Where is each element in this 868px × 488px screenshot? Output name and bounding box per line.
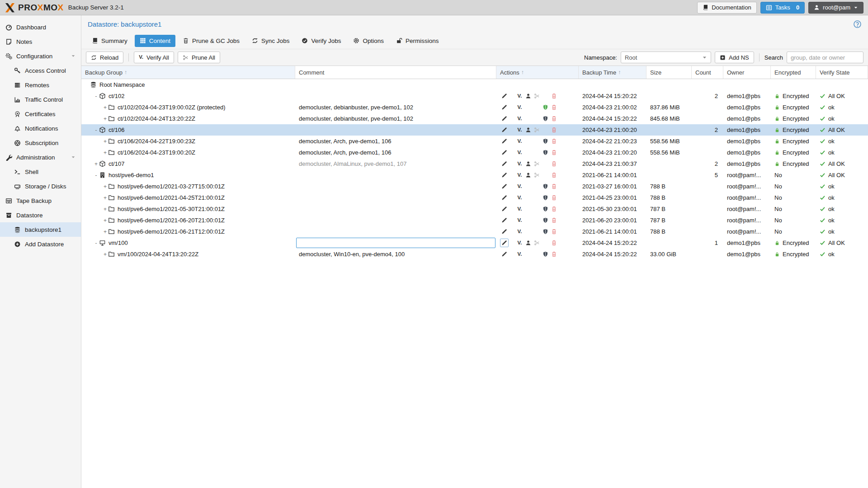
forget-action[interactable] [550,148,558,157]
search-input[interactable] [787,52,863,63]
table-row[interactable]: +ct/106/2024-04-23T19:00:20Zdemocluster,… [81,147,868,158]
verify-action[interactable]: V. [515,103,524,112]
table-row[interactable]: +ct/102/2024-04-23T19:00:02Z (protected)… [81,102,868,113]
column-header-backup-group[interactable]: Backup Group↑ [81,66,295,79]
column-header-backup-time[interactable]: Backup Time↑ [579,66,646,79]
prune-action[interactable] [533,92,541,100]
prune-action[interactable] [533,171,541,179]
tab-sync-jobs[interactable]: Sync Jobs [247,35,294,47]
column-header-encrypted[interactable]: Encrypted [771,66,816,79]
sidebar-item-administration[interactable]: Administration [0,150,81,164]
change-owner-action[interactable] [524,160,533,168]
forget-action[interactable] [550,250,558,258]
tree-expander[interactable]: + [102,183,108,190]
table-row[interactable]: Root Namespace [81,79,868,90]
prune-action[interactable] [533,239,541,247]
column-header-owner[interactable]: Owner [723,66,771,79]
verify-action[interactable]: V. [515,126,524,134]
verify-action[interactable]: V. [515,148,524,157]
edit-comment-action[interactable] [500,148,509,157]
table-row[interactable]: +host/pve6-demo1/2021-06-21T12:00:01ZV.2… [81,226,868,237]
sidebar-item-datastore[interactable]: Datastore [0,208,81,222]
table-row[interactable]: -vm/100V.2024-04-24 15:20:221demo1@pbsEn… [81,237,868,249]
forget-action[interactable] [550,193,558,202]
protect-action[interactable] [541,103,550,112]
verify-action[interactable]: V. [515,160,524,168]
edit-comment-action[interactable] [500,137,509,145]
tree-expander[interactable]: + [102,206,108,212]
verify-action[interactable]: V. [515,216,524,225]
tree-expander[interactable]: + [102,138,108,145]
sidebar-item-notifications[interactable]: Notifications [0,121,81,136]
tab-verify-jobs[interactable]: Verify Jobs [297,35,346,47]
forget-action[interactable] [550,182,558,191]
edit-comment-action[interactable] [500,92,509,100]
forget-action[interactable] [550,114,558,123]
tree-expander[interactable]: - [93,172,99,178]
sidebar-item-notes[interactable]: Notes [0,34,81,49]
forget-action[interactable] [550,216,558,225]
sidebar-item-traffic-control[interactable]: Traffic Control [0,92,81,107]
tab-options[interactable]: Options [348,35,389,47]
protect-action[interactable] [541,182,550,191]
verify-action[interactable]: V. [515,114,524,123]
edit-comment-action[interactable] [500,126,509,134]
comment-edit-input[interactable] [296,238,495,248]
edit-comment-action[interactable] [500,114,509,123]
tree-expander[interactable]: + [102,104,108,111]
table-row[interactable]: +host/pve6-demo1/2021-03-27T15:00:01ZV.2… [81,181,868,192]
sidebar-item-certificates[interactable]: Certificates [0,107,81,121]
edit-comment-action[interactable] [500,103,509,112]
tree-expander[interactable]: + [102,195,108,201]
reload-button[interactable]: Reload [86,52,123,63]
sidebar-item-access-control[interactable]: Access Control [0,63,81,78]
forget-action[interactable] [550,227,558,236]
prune-action[interactable] [533,126,541,134]
verify-action[interactable]: V. [515,92,524,100]
column-header-size[interactable]: Size [646,66,692,79]
user-menu-button[interactable]: root@pam [808,2,863,14]
protect-action[interactable] [541,227,550,236]
tab-summary[interactable]: Summary [87,35,132,47]
verify-action[interactable]: V. [515,182,524,191]
column-header-actions[interactable]: Actions↑ [496,66,579,79]
edit-comment-action[interactable] [500,193,509,202]
tab-content[interactable]: Content [135,35,175,47]
change-owner-action[interactable] [524,126,533,134]
sidebar-item-storage-disks[interactable]: Storage / Disks [0,179,81,193]
change-owner-action[interactable] [524,92,533,100]
forget-action[interactable] [550,205,558,213]
namespace-select[interactable]: Root [621,52,711,63]
verify-action[interactable]: V. [515,227,524,236]
table-row[interactable]: +ct/107democluster, AlmaLinux, pve-demo1… [81,158,868,169]
sidebar-item-add-datastore[interactable]: Add Datastore [0,237,81,251]
forget-action[interactable] [550,137,558,145]
tab-permissions[interactable]: Permissions [391,35,444,47]
protect-action[interactable] [541,205,550,213]
table-row[interactable]: -ct/106V.2024-04-23 21:00:202demo1@pbsEn… [81,124,868,136]
verify-action[interactable]: V. [515,239,524,247]
edit-comment-action[interactable] [500,160,509,168]
forget-action[interactable] [550,103,558,112]
column-header-count[interactable]: Count [692,66,723,79]
tree-expander[interactable]: + [102,116,108,122]
tree-expander[interactable]: + [93,161,99,167]
tree-expander[interactable]: + [102,150,108,156]
sidebar-item-shell[interactable]: Shell [0,164,81,179]
column-header-comment[interactable]: Comment [295,66,496,79]
tree-expander[interactable]: - [93,127,99,133]
table-row[interactable]: +host/pve6-demo1/2021-04-25T21:00:01ZV.2… [81,192,868,203]
sidebar-item-backupstore1[interactable]: backupstore1 [0,222,81,237]
table-row[interactable]: -ct/102V.2024-04-24 15:20:222demo1@pbsEn… [81,90,868,102]
protect-action[interactable] [541,114,550,123]
protect-action[interactable] [541,193,550,202]
edit-comment-action[interactable] [500,205,509,213]
verify-action[interactable]: V. [515,171,524,179]
sidebar-item-tape-backup[interactable]: Tape Backup [0,193,81,208]
tree-expander[interactable]: + [102,217,108,224]
table-row[interactable]: +ct/102/2024-04-24T13:20:22Zdemocluster,… [81,113,868,124]
documentation-button[interactable]: Documentation [697,2,756,14]
protect-action[interactable] [541,137,550,145]
verify-action[interactable]: V. [515,250,524,258]
tree-expander[interactable]: - [93,240,99,246]
